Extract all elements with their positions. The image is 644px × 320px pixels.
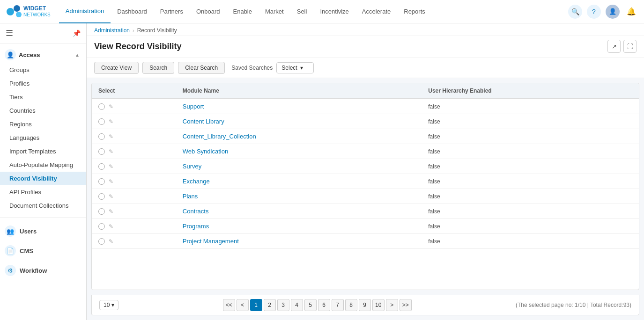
module-link-1[interactable]: Content Library: [183, 118, 224, 125]
nav-enable[interactable]: Enable: [227, 0, 259, 23]
module-link-6[interactable]: Plans: [183, 193, 198, 200]
sidebar-item-workflow[interactable]: ⚙ Workflow: [0, 261, 86, 280]
page-btn-7[interactable]: 7: [332, 299, 344, 311]
nav-reports[interactable]: Reports: [397, 0, 432, 23]
nav-market[interactable]: Market: [259, 0, 290, 23]
sidebar-pin-icon[interactable]: 📌: [73, 29, 81, 37]
sidebar-item-document-collections[interactable]: Document Collections: [0, 199, 86, 212]
search-icon[interactable]: 🔍: [568, 5, 582, 19]
row-edit-icon-3[interactable]: ✎: [109, 148, 113, 155]
table-row: ✎ Content Library false: [92, 114, 639, 129]
sidebar-item-countries[interactable]: Countries: [0, 104, 86, 117]
nav-administration[interactable]: Administration: [59, 0, 111, 23]
row-edit-icon-8[interactable]: ✎: [109, 223, 113, 230]
page-btn-4[interactable]: 4: [291, 299, 303, 311]
nav-accelerate[interactable]: Accelerate: [355, 0, 397, 23]
row-radio-5[interactable]: [98, 178, 105, 185]
row-edit-icon-7[interactable]: ✎: [109, 208, 113, 215]
page-btn-6[interactable]: 6: [318, 299, 330, 311]
row-radio-3[interactable]: [98, 148, 105, 155]
workflow-icon: ⚙: [5, 265, 16, 276]
saved-searches-chevron: ▾: [300, 65, 303, 71]
module-link-2[interactable]: Content_Library_Collection: [183, 133, 256, 140]
bell-icon[interactable]: 🔔: [624, 5, 638, 19]
page-btn-5[interactable]: 5: [304, 299, 317, 311]
saved-searches-label: Saved Searches: [231, 65, 273, 71]
nav-dashboard[interactable]: Dashboard: [111, 0, 154, 23]
module-link-5[interactable]: Exchange: [183, 178, 210, 185]
row-radio-0[interactable]: [98, 103, 105, 110]
page-btn->>[interactable]: >>: [400, 299, 412, 311]
top-nav: WIDGET NETWORKS Administration Dashboard…: [0, 0, 644, 23]
avatar[interactable]: 👤: [606, 5, 620, 19]
nav-right: 🔍 ? 👤 🔔: [568, 5, 638, 19]
row-radio-4[interactable]: [98, 163, 105, 170]
page-btn-2[interactable]: 2: [264, 299, 276, 311]
sidebar-item-tiers[interactable]: Tiers: [0, 90, 86, 104]
row-edit-icon-5[interactable]: ✎: [109, 178, 113, 185]
cms-label: CMS: [20, 247, 33, 255]
page-title: View Record Visibility: [94, 42, 181, 51]
nav-partners[interactable]: Partners: [154, 0, 190, 23]
module-link-8[interactable]: Programs: [183, 223, 209, 230]
sidebar-item-import-templates[interactable]: Import Templates: [0, 145, 86, 158]
page-btn-<<[interactable]: <<: [223, 299, 235, 311]
search-button[interactable]: Search: [142, 62, 174, 74]
create-view-button[interactable]: Create View: [94, 62, 139, 74]
module-link-3[interactable]: Web Syndication: [183, 148, 228, 155]
module-link-4[interactable]: Survey: [183, 163, 201, 170]
page-btn-9[interactable]: 9: [359, 299, 371, 311]
help-icon[interactable]: ?: [587, 5, 601, 19]
row-edit-icon-4[interactable]: ✎: [109, 163, 113, 170]
page-btn-8[interactable]: 8: [345, 299, 357, 311]
records-table: Select Module Name User Hierarchy Enable…: [92, 83, 639, 249]
row-edit-icon-0[interactable]: ✎: [109, 103, 113, 110]
page-btn->[interactable]: >: [386, 299, 398, 311]
sidebar-item-record-visibility[interactable]: Record Visibility: [0, 172, 86, 185]
users-icon: 👥: [5, 225, 16, 237]
module-link-9[interactable]: Project Management: [183, 238, 239, 245]
sidebar-access-header[interactable]: 👤 Access ▲: [0, 45, 86, 63]
table-row: ✎ Survey false: [92, 159, 639, 174]
page-btn-3[interactable]: 3: [277, 299, 289, 311]
row-radio-6[interactable]: [98, 193, 105, 200]
row-module-9: Project Management: [176, 234, 422, 249]
row-radio-2[interactable]: [98, 133, 105, 140]
row-radio-7[interactable]: [98, 208, 105, 215]
nav-sell[interactable]: Sell: [290, 0, 314, 23]
sidebar-item-languages[interactable]: Languages: [0, 131, 86, 145]
row-edit-icon-2[interactable]: ✎: [109, 133, 113, 140]
row-edit-icon-1[interactable]: ✎: [109, 118, 113, 125]
expand-icon[interactable]: ⛶: [623, 40, 637, 53]
sidebar-item-users[interactable]: 👥 Users: [0, 221, 86, 241]
sidebar-item-regions[interactable]: Regions: [0, 117, 86, 131]
page-btn-<[interactable]: <: [237, 299, 249, 311]
row-radio-9[interactable]: [98, 238, 105, 245]
per-page-select[interactable]: 10 ▾: [99, 300, 118, 310]
sidebar-item-profiles[interactable]: Profiles: [0, 77, 86, 90]
row-edit-icon-9[interactable]: ✎: [109, 238, 113, 245]
page-btn-10[interactable]: 10: [372, 299, 385, 311]
sidebar-menu-icon[interactable]: ☰: [6, 28, 13, 38]
sidebar-item-api-profiles[interactable]: API Profiles: [0, 185, 86, 199]
row-hierarchy-0: false: [422, 99, 639, 114]
row-edit-icon-6[interactable]: ✎: [109, 193, 113, 200]
access-icon: 👤: [5, 49, 16, 60]
breadcrumb-admin[interactable]: Administration: [94, 27, 130, 34]
module-link-7[interactable]: Contracts: [183, 208, 209, 215]
nav-incentivize[interactable]: Incentivize: [313, 0, 355, 23]
nav-onboard[interactable]: Onboard: [190, 0, 227, 23]
sidebar-item-groups[interactable]: Groups: [0, 63, 86, 77]
sidebar-item-auto-populate[interactable]: Auto-Populate Mapping: [0, 158, 86, 172]
saved-searches-select[interactable]: Select ▾: [276, 62, 314, 73]
clear-search-button[interactable]: Clear Search: [178, 62, 225, 74]
sidebar-access-section: 👤 Access ▲ Groups Profiles Tiers Countri…: [0, 44, 86, 218]
row-radio-1[interactable]: [98, 118, 105, 125]
external-link-icon[interactable]: ↗: [607, 40, 621, 53]
col-hierarchy: User Hierarchy Enabled: [422, 83, 639, 99]
sidebar-item-cms[interactable]: 📄 CMS: [0, 241, 86, 261]
page-btn-1[interactable]: 1: [250, 299, 262, 311]
module-link-0[interactable]: Support: [183, 103, 204, 110]
row-radio-8[interactable]: [98, 223, 105, 230]
logo: WIDGET NETWORKS: [6, 3, 51, 21]
